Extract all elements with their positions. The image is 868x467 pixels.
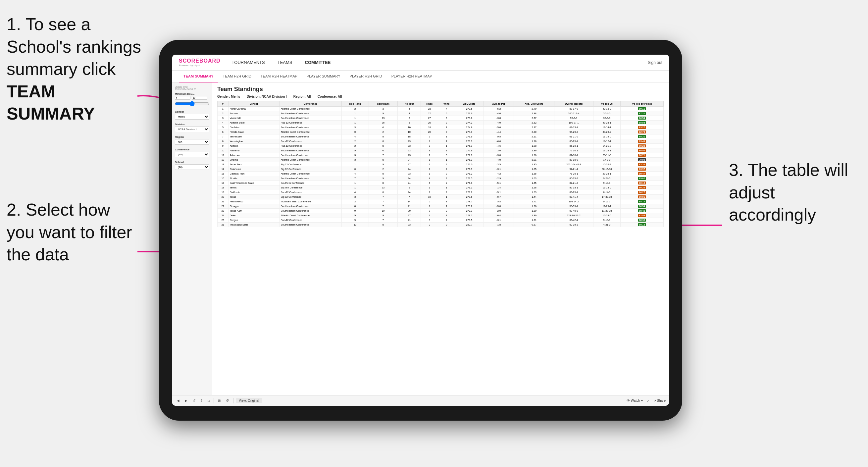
navbar: SCOREBOARD Powered by clippi TOURNAMENTS…: [172, 55, 669, 70]
tab-player-h2h-heatmap[interactable]: PLAYER H2H HEATMAP: [387, 70, 437, 83]
cell-reg-rank: 1: [341, 121, 369, 125]
tab-team-summary[interactable]: TEAM SUMMARY: [179, 70, 218, 83]
table-row: 5 Ole Miss Southeastern Conference 3 6 1…: [218, 125, 664, 130]
watch-button[interactable]: 👁 Watch ▾: [627, 399, 643, 402]
cell-rnds: 23: [421, 107, 438, 111]
nav-teams[interactable]: TEAMS: [276, 60, 294, 65]
cell-vs-top50: 88.42: [621, 209, 664, 213]
filter-gender-select[interactable]: Men's Women's: [175, 114, 209, 120]
cell-school: Vanderbilt: [228, 116, 279, 121]
toolbar-grid[interactable]: ⊞: [217, 398, 222, 403]
table-body: 1 North Carolina Atlantic Coast Conferen…: [218, 107, 664, 227]
cell-low-score: 59-39-1: [554, 204, 593, 209]
cell-vs-top50: 80.27: [621, 190, 664, 195]
cell-rank: 5: [218, 125, 228, 130]
cell-school: Arkansas: [228, 153, 279, 158]
tab-team-h2h-heatmap[interactable]: TEAM H2H HEATMAP: [256, 70, 302, 83]
cell-conf: Mountain West Conference: [279, 199, 341, 204]
cell-wins: 0: [438, 223, 455, 227]
cell-vs-top50: 79.98: [621, 158, 664, 162]
cell-low-score: 59-41-4: [554, 195, 593, 199]
toolbar-share2[interactable]: ⤴: [199, 398, 204, 403]
filter-school-select[interactable]: (All): [175, 164, 209, 170]
cell-conf-rank: 10: [369, 209, 398, 213]
cell-no-tour: 4: [398, 111, 421, 116]
filter-rounds-slider[interactable]: [175, 101, 209, 106]
toolbar-bookmark[interactable]: □: [206, 398, 211, 403]
cell-low-score: 92-40-8: [554, 209, 593, 213]
cell-vs-top50: 88.21: [621, 134, 664, 139]
cell-rnds: 1: [421, 139, 438, 144]
cell-wins: 1: [438, 125, 455, 130]
cell-rank: 2: [218, 111, 228, 116]
cell-overall: 17-33-38: [593, 195, 621, 199]
table-row: 10 Alabama Southeastern Conference 5 6 2…: [218, 148, 664, 153]
filter-max-input[interactable]: [192, 96, 207, 100]
cell-avg-par: -2.0: [484, 209, 514, 213]
cell-adj-score: 274.8: [455, 125, 484, 130]
toolbar-refresh[interactable]: ↺: [191, 398, 197, 403]
cell-low-score: 88-17-0: [554, 107, 593, 111]
cell-avg-par: -3.1: [484, 218, 514, 223]
tab-player-summary[interactable]: PLAYER SUMMARY: [302, 70, 345, 83]
cell-conf-rank: 8: [369, 139, 398, 144]
cell-adj-score: 279.7: [455, 213, 484, 218]
cell-no-tour: 5: [398, 185, 421, 190]
cell-wins: 1: [438, 158, 455, 162]
step1-number: 1.: [7, 14, 21, 34]
cell-low-score: 82-03-1: [554, 185, 593, 190]
cell-conf-rank: 8: [369, 190, 398, 195]
cell-rnds: 10: [421, 195, 438, 199]
cell-no-tour: 5: [398, 121, 421, 125]
cell-school: Oregon: [228, 218, 279, 223]
cell-conf-rank: 7: [369, 204, 398, 209]
filter-conference-select[interactable]: (All): [175, 152, 209, 157]
cell-no-tour: 10: [398, 125, 421, 130]
view-original-button[interactable]: View: Original: [236, 398, 262, 403]
tab-team-h2h-grid[interactable]: TEAM H2H GRID: [218, 70, 256, 83]
cell-overall: 15-32-2: [593, 162, 621, 167]
cell-wins: 1: [438, 204, 455, 209]
nav-committee[interactable]: COMMITTEE: [304, 60, 332, 65]
toolbar-back[interactable]: ◀: [176, 398, 181, 403]
cell-no-tour: 27: [398, 162, 421, 167]
cell-vs-top50: 82.98: [621, 213, 664, 218]
filter-region-select[interactable]: N/A East West: [175, 139, 209, 145]
cell-no-tour: 4: [398, 107, 421, 111]
cell-overall: 23-23-1: [593, 172, 621, 176]
cell-wins: 4: [438, 107, 455, 111]
cell-rank: 15: [218, 172, 228, 176]
filter-min-rounds-label: Minimum Rou...: [175, 92, 209, 95]
cell-avg-par: -5.8: [484, 204, 514, 209]
cell-conf-rank: 7: [369, 199, 398, 204]
update-time: Update time: 27/03/2024 16:56:26: [175, 86, 209, 90]
cell-reg-rank: 0: [341, 130, 369, 134]
cell-conf: Pac-12 Conference: [279, 190, 341, 195]
nav-tournaments[interactable]: TOURNAMENTS: [230, 60, 266, 65]
filter-region: Region N/A East West: [175, 135, 209, 145]
cell-adj-score: 279.5: [455, 218, 484, 223]
cell-rank: 12: [218, 158, 228, 162]
tablet-device: SCOREBOARD Powered by clippi TOURNAMENTS…: [159, 40, 682, 421]
toolbar-resize[interactable]: ⤢: [646, 398, 651, 403]
sign-out-button[interactable]: Sign out: [648, 60, 662, 65]
cell-school: Illinois: [228, 185, 279, 190]
cell-avg-par: -3.6: [484, 148, 514, 153]
cell-school: Mississippi State: [228, 223, 279, 227]
share-button[interactable]: ↗ Share: [653, 399, 665, 402]
toolbar-forward[interactable]: ▶: [183, 398, 189, 403]
cell-vs-top50: 88.38: [621, 218, 664, 223]
cell-adj-score: 279.2: [455, 204, 484, 209]
tab-player-h2h-grid[interactable]: PLAYER H2H GRID: [345, 70, 387, 83]
toolbar-clock[interactable]: ⏱: [224, 398, 230, 403]
cell-rnds: 2: [421, 153, 438, 158]
cell-overall: 17-9-0: [593, 158, 621, 162]
table-row: 7 Tennessee Southeastern Conference 4 8 …: [218, 134, 664, 139]
filter-school-label: School: [175, 161, 209, 164]
cell-wins: 2: [438, 209, 455, 213]
cell-rank: 19: [218, 190, 228, 195]
cell-avg-par: -4.0: [484, 158, 514, 162]
filter-min-input[interactable]: [175, 96, 190, 100]
filter-division-select[interactable]: NCAA Division I NCAA Division II NCAA Di…: [175, 126, 209, 132]
cell-no-tour: 24: [398, 158, 421, 162]
